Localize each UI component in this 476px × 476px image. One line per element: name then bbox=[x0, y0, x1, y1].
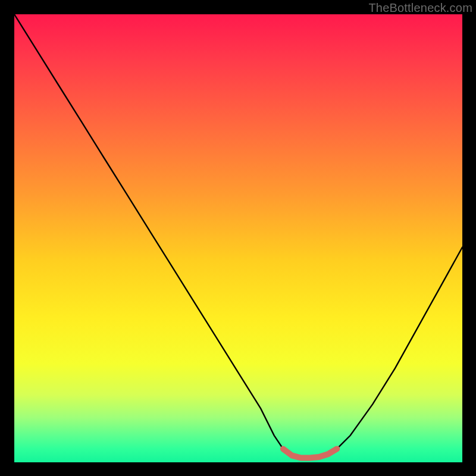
optimal-range-highlight bbox=[283, 449, 337, 458]
chart-plot-area bbox=[14, 14, 462, 462]
bottleneck-curve bbox=[14, 14, 462, 458]
chart-svg bbox=[14, 14, 462, 462]
watermark-text: TheBottleneck.com bbox=[368, 1, 472, 15]
chart-frame: TheBottleneck.com bbox=[0, 0, 476, 476]
